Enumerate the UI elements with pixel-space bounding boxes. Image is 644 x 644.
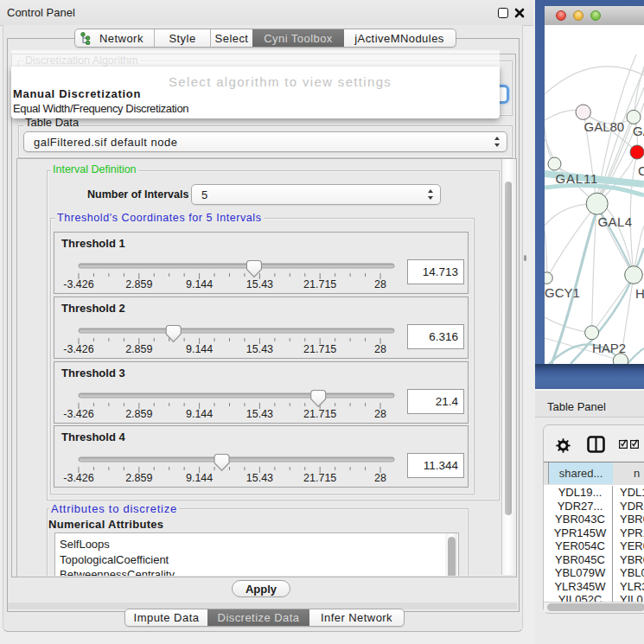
svg-text:28: 28 — [374, 278, 386, 290]
svg-text:GAL11: GAL11 — [556, 171, 599, 186]
svg-text:-3.426: -3.426 — [63, 343, 93, 355]
svg-text:15.43: 15.43 — [246, 472, 273, 484]
svg-text:HAP2: HAP2 — [592, 341, 626, 355]
svg-text:-3.426: -3.426 — [63, 472, 93, 484]
svg-text:28: 28 — [374, 472, 386, 484]
svg-text:GA: GA — [633, 124, 644, 138]
svg-text:GAL80: GAL80 — [584, 119, 625, 134]
svg-text:2.859: 2.859 — [125, 278, 152, 290]
svg-text:21.715: 21.715 — [303, 408, 336, 420]
svg-text:21.715: 21.715 — [303, 343, 336, 355]
svg-text:-3.426: -3.426 — [63, 408, 93, 420]
svg-text:2.859: 2.859 — [125, 408, 152, 420]
svg-text:28: 28 — [374, 343, 386, 355]
svg-text:2.859: 2.859 — [125, 472, 152, 484]
svg-text:15.43: 15.43 — [246, 278, 273, 290]
svg-text:21.715: 21.715 — [303, 472, 336, 484]
svg-text:9.144: 9.144 — [186, 278, 213, 290]
svg-text:2.859: 2.859 — [125, 343, 152, 355]
svg-text:21.715: 21.715 — [303, 278, 336, 290]
svg-text:9.144: 9.144 — [186, 343, 213, 355]
svg-text:-3.426: -3.426 — [63, 278, 93, 290]
svg-text:9.144: 9.144 — [186, 472, 213, 484]
svg-text:15.43: 15.43 — [246, 408, 273, 420]
svg-text:28: 28 — [374, 408, 386, 420]
svg-text:GAL4: GAL4 — [598, 214, 633, 229]
svg-text:9.144: 9.144 — [186, 408, 213, 420]
svg-text:H: H — [635, 286, 644, 301]
svg-text:C: C — [638, 163, 644, 178]
svg-text:15.43: 15.43 — [246, 343, 273, 355]
svg-text:GCY1: GCY1 — [545, 285, 580, 300]
